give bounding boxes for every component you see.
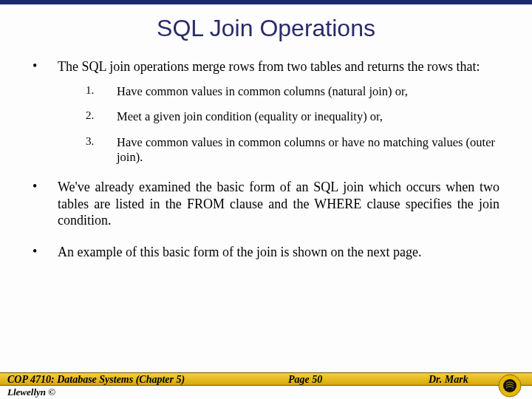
ucf-logo-icon (498, 374, 522, 398)
bullet-2: • We've already examined the basic form … (33, 179, 499, 229)
list-number: 3. (86, 135, 117, 166)
numbered-list: 1. Have common values in common columns … (86, 84, 499, 166)
bullet-text: The SQL join operations merge rows from … (58, 58, 499, 75)
list-text: Meet a given join condition (equality or… (117, 109, 499, 125)
list-text: Have common values in common columns or … (117, 135, 499, 166)
footer-text-row: COP 4710: Database Systems (Chapter 5) P… (0, 373, 532, 386)
list-number: 1. (86, 84, 117, 100)
list-number: 2. (86, 109, 117, 125)
bullet-text: An example of this basic form of the joi… (58, 244, 499, 261)
footer-course: COP 4710: Database Systems (Chapter 5) (7, 374, 185, 386)
slide-title: SQL Join Operations (0, 15, 532, 42)
slide-content: • The SQL join operations merge rows fro… (0, 42, 532, 260)
bullet-marker: • (33, 244, 58, 261)
slide-footer: COP 4710: Database Systems (Chapter 5) P… (0, 372, 532, 399)
list-text: Have common values in common columns (na… (117, 84, 499, 100)
footer-page: Page 50 (288, 374, 322, 386)
bullet-3: • An example of this basic form of the j… (33, 244, 499, 261)
footer-copyright: Llewellyn © (0, 386, 532, 399)
bullet-1: • The SQL join operations merge rows fro… (33, 58, 499, 75)
bullet-marker: • (33, 58, 58, 75)
bullet-text: We've already examined the basic form of… (58, 179, 499, 229)
footer-bar: COP 4710: Database Systems (Chapter 5) P… (0, 372, 532, 386)
svg-point-1 (503, 379, 516, 392)
list-item: 2. Meet a given join condition (equality… (86, 109, 499, 125)
bullet-marker: • (33, 179, 58, 229)
footer-author: Dr. Mark (429, 374, 468, 386)
list-item: 3. Have common values in common columns … (86, 135, 499, 166)
list-item: 1. Have common values in common columns … (86, 84, 499, 100)
top-accent-bar (0, 0, 532, 4)
